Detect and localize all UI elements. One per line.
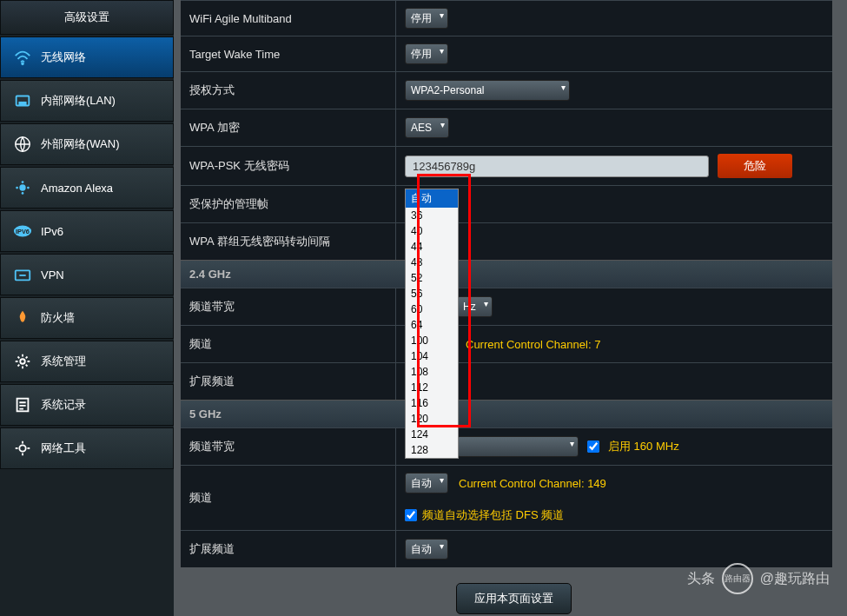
select-bw5[interactable] <box>457 436 579 457</box>
globe-icon <box>13 135 32 154</box>
sidebar-item-label: 外部网络(WAN) <box>41 136 120 152</box>
dropdown-option[interactable]: 40 <box>406 223 458 239</box>
select-wifi-agile[interactable]: 停用 <box>405 8 448 29</box>
log-icon <box>13 395 32 414</box>
label-ext24: 扩展频道 <box>181 363 396 400</box>
alexa-icon <box>13 178 32 197</box>
checkbox-dfs[interactable] <box>405 509 417 521</box>
label-dfs: 频道自动选择包括 DFS 频道 <box>422 507 564 523</box>
svg-point-8 <box>27 187 30 189</box>
sidebar-item-label: Amazon Alexa <box>41 182 113 195</box>
label-groupkey: WPA 群组无线密码转动间隔 <box>181 223 396 260</box>
sidebar-header: 高级设置 <box>0 0 174 35</box>
dropdown-option[interactable]: 116 <box>406 395 458 411</box>
sidebar-item-ipv6[interactable]: IPV6 IPv6 <box>0 210 174 252</box>
select-bw24[interactable]: Hz <box>457 296 493 317</box>
dropdown-option[interactable]: 56 <box>406 286 458 301</box>
fire-icon <box>13 308 32 328</box>
sidebar-item-label: 网络工具 <box>41 440 86 456</box>
dropdown-option[interactable]: 44 <box>406 239 458 255</box>
label-auth: 授权方式 <box>181 72 396 109</box>
label-wpaenc: WPA 加密 <box>181 109 396 146</box>
sidebar-item-label: 系统记录 <box>41 397 86 413</box>
dropdown-option[interactable]: 128 <box>406 442 458 458</box>
dropdown-option[interactable]: 112 <box>406 380 458 395</box>
label-pmf: 受保护的管理帧 <box>181 186 396 222</box>
sidebar-item-label: 内部网络(LAN) <box>41 93 116 109</box>
note-ch24: Current Control Channel: 7 <box>466 338 600 351</box>
dropdown-option[interactable]: 120 <box>406 411 458 427</box>
label-wpapsk: WPA-PSK 无线密码 <box>181 147 396 185</box>
sidebar-item-lan[interactable]: 内部网络(LAN) <box>0 80 174 122</box>
label-target-wake: Target Wake Time <box>181 36 396 71</box>
svg-point-10 <box>22 192 24 195</box>
lan-icon <box>13 91 32 110</box>
dropdown-option[interactable]: 48 <box>406 255 458 270</box>
dropdown-option[interactable]: 64 <box>406 317 458 333</box>
dropdown-option[interactable]: 104 <box>406 348 458 364</box>
sidebar-item-log[interactable]: 系统记录 <box>0 384 174 426</box>
sidebar-item-label: 系统管理 <box>41 354 86 369</box>
label-ext5: 扩展频道 <box>181 531 396 567</box>
dropdown-option[interactable]: 52 <box>406 270 458 286</box>
wifi-icon <box>13 48 32 67</box>
label-bw5: 频道带宽 <box>181 428 396 465</box>
ipv6-icon: IPV6 <box>13 222 32 241</box>
sidebar-item-firewall[interactable]: 防火墙 <box>0 297 174 339</box>
label-160mhz: 启用 160 MHz <box>608 439 679 454</box>
dropdown-option[interactable]: 60 <box>406 301 458 317</box>
select-ext5[interactable]: 自动 <box>405 539 448 560</box>
apply-button[interactable]: 应用本页面设置 <box>456 583 572 614</box>
vpn-icon <box>13 265 32 284</box>
dropdown-option[interactable]: 100 <box>406 333 458 348</box>
svg-point-9 <box>22 181 24 183</box>
sidebar-item-wireless[interactable]: 无线网络 <box>0 36 174 78</box>
sidebar-item-alexa[interactable]: Amazon Alexa <box>0 167 174 209</box>
dropdown-option[interactable]: 自动 <box>406 189 458 208</box>
select-wpa-enc[interactable]: AES <box>405 117 449 138</box>
note-ch5: Current Control Channel: 149 <box>459 477 606 490</box>
dropdown-option[interactable]: 108 <box>406 364 458 380</box>
sidebar-item-label: 防火墙 <box>41 310 75 326</box>
label-ch24: 频道 <box>181 326 396 362</box>
label-ch5: 频道 <box>181 466 396 530</box>
select-ch5[interactable]: 自动 <box>405 473 448 493</box>
svg-rect-2 <box>19 103 21 105</box>
dropdown-option[interactable]: 36 <box>406 208 458 223</box>
svg-rect-4 <box>24 103 26 105</box>
sidebar-item-admin[interactable]: 系统管理 <box>0 341 174 382</box>
svg-point-16 <box>19 445 25 451</box>
svg-rect-3 <box>22 103 23 105</box>
select-target-wake[interactable]: 停用 <box>405 43 448 64</box>
sidebar-item-tools[interactable]: 网络工具 <box>0 427 174 469</box>
sidebar-item-label: 无线网络 <box>41 50 86 65</box>
channel-dropdown-list[interactable]: 自动36404448525660641001041081121161201241… <box>405 189 459 459</box>
select-auth[interactable]: WPA2-Personal <box>405 80 570 101</box>
wrench-icon <box>13 439 32 458</box>
svg-point-14 <box>20 359 25 364</box>
danger-badge: 危险 <box>718 154 792 178</box>
svg-text:IPV6: IPV6 <box>16 228 30 235</box>
label-wifi-agile: WiFi Agile Multiband <box>181 1 396 36</box>
sidebar-item-wan[interactable]: 外部网络(WAN) <box>0 123 174 165</box>
label-bw24: 频道带宽 <box>181 288 396 325</box>
checkbox-160mhz[interactable] <box>587 440 599 453</box>
watermark: 头条 路由器 @趣玩路由 <box>687 563 830 594</box>
svg-point-0 <box>22 63 23 64</box>
gear-icon <box>13 352 32 371</box>
sidebar-item-label: VPN <box>41 268 64 282</box>
section-24ghz: 2.4 GHz <box>181 260 832 288</box>
input-wpapsk[interactable] <box>405 156 709 177</box>
section-5ghz: 5 GHz <box>181 400 832 427</box>
dropdown-option[interactable]: 124 <box>406 427 458 442</box>
sidebar-item-vpn[interactable]: VPN <box>0 254 174 295</box>
svg-point-7 <box>16 187 18 189</box>
svg-point-6 <box>19 184 25 190</box>
sidebar-item-label: IPv6 <box>41 225 63 238</box>
